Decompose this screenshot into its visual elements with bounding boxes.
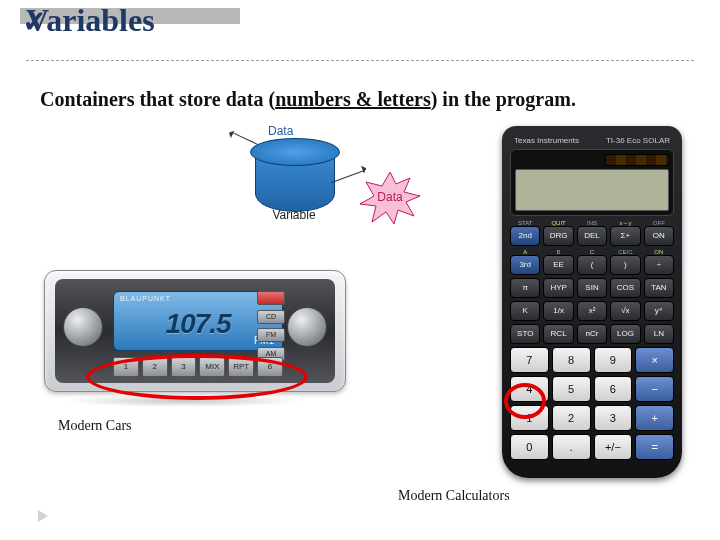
preset-button: MIX — [199, 357, 225, 377]
calc-screen-wrap — [510, 149, 674, 216]
calc-row: 3rd EE ( ) ÷ — [510, 255, 674, 275]
calc-key: × — [635, 347, 674, 373]
calc-key: π — [510, 278, 540, 298]
calc-screen — [515, 169, 669, 211]
body-underline: numbers & letters — [275, 88, 431, 110]
calc-key: Σ+ — [610, 226, 640, 246]
stereo-face: BLAUPUNKT 107.5 FM1 CD FM AM 1 2 3 MIX R… — [55, 279, 335, 383]
preset-button: 6 — [257, 357, 283, 377]
calc-key: LOG — [610, 324, 640, 344]
calc-key: 1 — [510, 405, 549, 431]
variable-diagram: Data Variable Data — [190, 126, 430, 256]
calc-key: DRG — [543, 226, 573, 246]
footer-arrow-icon — [38, 510, 52, 522]
calc-key: EE — [543, 255, 573, 275]
data-burst-label: Data — [360, 190, 420, 204]
stereo-src-btn: FM — [257, 328, 285, 342]
calc-key: − — [635, 376, 674, 402]
calc-row: K 1/x x² √x yˣ — [510, 301, 674, 321]
calc-key: ) — [610, 255, 640, 275]
calc-key: 2nd — [510, 226, 540, 246]
calc-key: COS — [610, 278, 640, 298]
body-pre: Containers that store data ( — [40, 88, 275, 110]
calc-row: 2nd DRG DEL Σ+ ON — [510, 226, 674, 246]
calc-key: 7 — [510, 347, 549, 373]
calc-key: 9 — [594, 347, 633, 373]
calc-key: nCr — [577, 324, 607, 344]
slide-title: Variables — [26, 2, 155, 39]
variable-label: Variable — [250, 208, 338, 222]
calc-row: 0 . +/− = — [510, 434, 674, 460]
calc-keyboard: STAT QUIT INS x↔y OFF 2nd DRG DEL Σ+ ON … — [510, 220, 674, 460]
calc-key-sto: STO — [510, 324, 540, 344]
calc-key: yˣ — [644, 301, 674, 321]
body-text: Containers that store data (numbers & le… — [40, 88, 576, 111]
data-label-top: Data — [268, 124, 293, 138]
volume-knob — [63, 307, 103, 347]
calc-key: SIN — [577, 278, 607, 298]
calc-key: 4 — [510, 376, 549, 402]
calc-key: x² — [577, 301, 607, 321]
body-post: ) in the program. — [431, 88, 576, 110]
stereo-brand: BLAUPUNKT — [120, 295, 171, 302]
calc-row: STO RCL nCr LOG LN — [510, 324, 674, 344]
preset-button: 1 — [113, 357, 139, 377]
bucket-icon: Variable — [250, 138, 338, 224]
calc-key: √x — [610, 301, 640, 321]
stereo-src-btn: CD — [257, 310, 285, 324]
calc-row: 4 5 6 − — [510, 376, 674, 402]
caption-cars: Modern Cars — [58, 418, 132, 434]
title-area: ✓ Variables — [20, 8, 700, 24]
caption-calculators: Modern Calculators — [398, 488, 510, 504]
solar-panel-icon — [605, 154, 669, 166]
calc-key: 0 — [510, 434, 549, 460]
calc-key: TAN — [644, 278, 674, 298]
stereo-preset-row: 1 2 3 MIX RPT 6 — [113, 357, 283, 377]
calc-model: TI-36 Eco SOLAR — [606, 136, 670, 145]
calc-key: 6 — [594, 376, 633, 402]
calc-key: LN — [644, 324, 674, 344]
preset-button: 2 — [142, 357, 168, 377]
car-stereo: BLAUPUNKT 107.5 FM1 CD FM AM 1 2 3 MIX R… — [44, 270, 346, 392]
starburst-icon: Data — [360, 172, 420, 224]
calc-key: 1/x — [543, 301, 573, 321]
stereo-shadow — [62, 395, 306, 407]
preset-button: 3 — [171, 357, 197, 377]
calc-brand-row: Texas Instruments TI-36 Eco SOLAR — [510, 134, 674, 149]
calc-key: = — [635, 434, 674, 460]
calc-key: HYP — [543, 278, 573, 298]
calc-key: +/− — [594, 434, 633, 460]
calc-key: ÷ — [644, 255, 674, 275]
calc-key: 3rd — [510, 255, 540, 275]
calc-row: 7 8 9 × — [510, 347, 674, 373]
calc-key: ( — [577, 255, 607, 275]
stereo-src-buttons: CD FM AM — [257, 291, 283, 361]
tune-knob — [287, 307, 327, 347]
calc-key: 8 — [552, 347, 591, 373]
calc-key: . — [552, 434, 591, 460]
calc-row: π HYP SIN COS TAN — [510, 278, 674, 298]
calc-key: 3 — [594, 405, 633, 431]
calc-key: RCL — [543, 324, 573, 344]
calc-brand: Texas Instruments — [514, 136, 579, 145]
calculator: Texas Instruments TI-36 Eco SOLAR STAT Q… — [502, 126, 682, 478]
calc-key: ON — [644, 226, 674, 246]
divider — [26, 60, 694, 61]
calc-key: + — [635, 405, 674, 431]
calc-key: 5 — [552, 376, 591, 402]
preset-button: RPT — [228, 357, 254, 377]
calc-key: 2 — [552, 405, 591, 431]
slide: ✓ Variables Containers that store data (… — [0, 0, 720, 540]
calc-key: K — [510, 301, 540, 321]
calc-key: DEL — [577, 226, 607, 246]
stereo-src-btn — [257, 291, 285, 305]
calc-row: 1 2 3 + — [510, 405, 674, 431]
